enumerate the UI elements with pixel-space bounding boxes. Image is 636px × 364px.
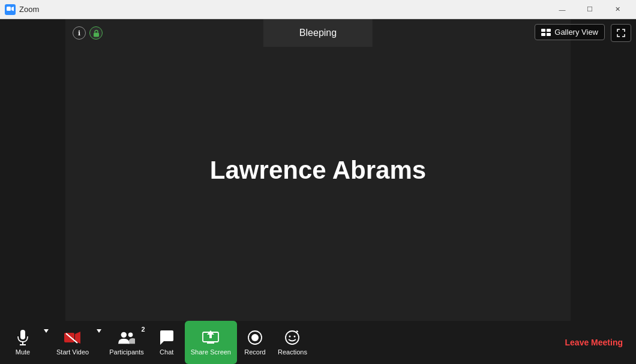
svg-point-24 [289, 336, 291, 338]
svg-marker-14 [97, 329, 101, 333]
gallery-view-label: Gallery View [554, 28, 598, 37]
svg-rect-3 [547, 29, 551, 32]
participants-label: Participants [109, 348, 143, 356]
chat-icon [158, 329, 175, 346]
svg-rect-4 [541, 33, 545, 36]
main-content: Bleeping Gallery View ℹ [0, 19, 636, 364]
svg-marker-10 [44, 329, 49, 333]
close-button[interactable]: ✕ [604, 0, 631, 19]
reactions-button[interactable]: Reactions [273, 321, 312, 364]
svg-rect-2 [541, 29, 545, 32]
record-label: Record [244, 348, 265, 356]
mute-caret[interactable] [41, 329, 52, 333]
svg-point-16 [128, 333, 133, 337]
toolbar: Mute Start Video [0, 321, 636, 364]
mute-label: Mute [16, 348, 30, 356]
start-video-group[interactable]: Start Video [52, 329, 104, 356]
svg-marker-18 [207, 330, 214, 338]
svg-rect-6 [94, 32, 99, 37]
window-controls[interactable]: — ☐ ✕ [548, 0, 631, 19]
mute-icon [14, 329, 31, 346]
svg-rect-5 [547, 33, 551, 36]
share-screen-button[interactable]: Share Screen [185, 321, 237, 364]
start-video-button[interactable]: Start Video [52, 329, 94, 356]
lock-icon[interactable] [89, 26, 103, 40]
gallery-view-button[interactable]: Gallery View [535, 24, 605, 40]
video-caret[interactable] [94, 329, 104, 333]
svg-rect-0 [7, 7, 11, 11]
fullscreen-button[interactable] [611, 24, 631, 42]
participant-count: 2 [142, 326, 145, 333]
svg-rect-11 [64, 333, 74, 342]
participants-icon [118, 329, 135, 346]
video-overlay-icons: ℹ [73, 26, 103, 40]
info-icon[interactable]: ℹ [73, 26, 86, 40]
svg-point-25 [294, 336, 296, 338]
speaker-label: Bleeping [263, 19, 373, 47]
leave-meeting-button[interactable]: Leave Meeting [559, 334, 629, 351]
start-video-label: Start Video [56, 348, 89, 356]
zoom-logo-icon [5, 4, 16, 15]
video-area: ℹ Lawrence Abrams [65, 19, 571, 321]
record-icon [247, 329, 263, 346]
mute-button[interactable]: Mute [5, 329, 41, 356]
reactions-label: Reactions [278, 348, 307, 356]
title-bar-left: Zoom [5, 4, 39, 15]
maximize-button[interactable]: ☐ [576, 0, 604, 19]
svg-point-15 [121, 332, 127, 338]
reactions-icon [284, 329, 301, 346]
chat-label: Chat [160, 348, 173, 356]
title-bar: Zoom — ☐ ✕ [0, 0, 636, 19]
participants-button[interactable]: 2 Participants [104, 321, 148, 364]
mute-group[interactable]: Mute [5, 329, 52, 356]
svg-point-23 [286, 331, 299, 344]
participant-name: Lawrence Abrams [210, 156, 426, 185]
record-button[interactable]: Record [237, 321, 273, 364]
chat-button[interactable]: Chat [149, 321, 185, 364]
minimize-button[interactable]: — [548, 0, 576, 19]
start-video-icon [64, 329, 81, 346]
svg-rect-7 [20, 330, 25, 339]
share-screen-label: Share Screen [191, 348, 231, 356]
app-title: Zoom [19, 5, 39, 14]
share-screen-icon [202, 329, 219, 346]
svg-marker-1 [11, 7, 14, 11]
svg-point-22 [251, 334, 259, 341]
